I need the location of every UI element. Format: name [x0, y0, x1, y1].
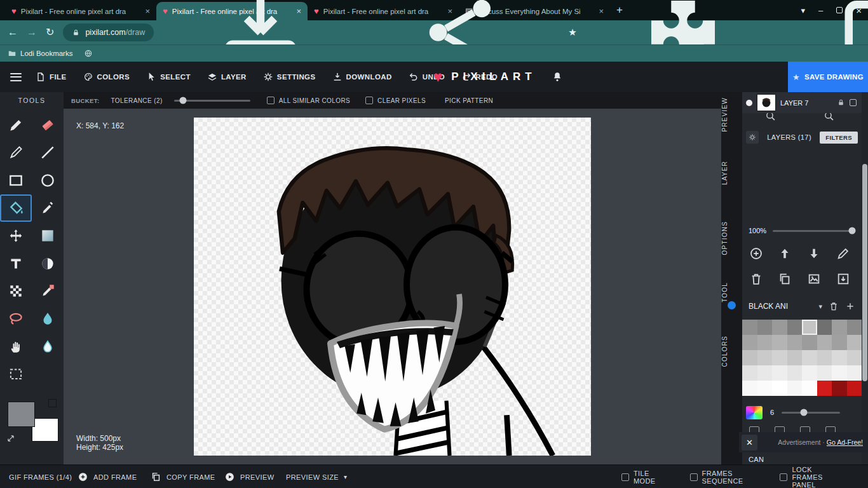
dither-tool[interactable] — [0, 278, 32, 306]
drawing-canvas[interactable] — [194, 118, 591, 456]
palette-swatch[interactable] — [832, 365, 847, 381]
checkbox-icon[interactable] — [365, 97, 373, 104]
blur-tool[interactable] — [32, 305, 64, 333]
alt-color-swatch[interactable] — [48, 399, 57, 407]
rectangle-tool[interactable] — [0, 166, 32, 194]
shape-select-tool[interactable] — [0, 360, 32, 388]
palette-swatch[interactable] — [832, 335, 847, 350]
add-layer-icon[interactable] — [749, 247, 763, 261]
color-picker-rainbow-icon[interactable] — [746, 406, 763, 419]
layer-settings-button[interactable] — [746, 131, 759, 144]
palette-swatch[interactable] — [832, 350, 847, 365]
palette-swatch[interactable] — [742, 365, 757, 381]
delete-layer-icon[interactable] — [749, 272, 763, 286]
colors-menu-button[interactable]: COLORS — [83, 72, 130, 82]
save-drawing-button[interactable]: ★ SAVE DRAWING — [788, 62, 868, 92]
palette-swatch[interactable] — [772, 365, 787, 381]
scrollbar-thumb[interactable] — [862, 164, 867, 381]
palette-swatch[interactable] — [787, 350, 803, 365]
palette-swatch[interactable] — [787, 335, 803, 350]
layer-opacity-slider[interactable] — [773, 230, 855, 232]
globe-bookmark-icon[interactable] — [84, 49, 93, 58]
add-frame-button[interactable]: ADD FRAME — [78, 465, 137, 488]
palette-swatch[interactable] — [847, 381, 862, 396]
layer-row[interactable]: LAYER 7 — [742, 92, 862, 113]
bottom-toggle[interactable]: LOCK FRAMES PANEL — [780, 466, 839, 488]
add-palette-color-icon[interactable] — [845, 301, 855, 311]
palette-swatch[interactable] — [772, 350, 787, 365]
browser-tab[interactable]: ♥ Pixilart - Free online pixel art dra × — [5, 2, 156, 20]
sidebar-tab[interactable]: COLORS — [721, 336, 742, 367]
pick-pattern-button[interactable]: PICK PATTERN — [445, 97, 493, 104]
bucket-tool[interactable] — [0, 194, 32, 222]
move-tool[interactable] — [0, 222, 32, 250]
palette-swatch[interactable] — [757, 320, 773, 335]
palette-swatch[interactable] — [847, 350, 862, 365]
settings-menu-button[interactable]: SETTINGS — [263, 72, 316, 82]
move-layer-up-icon[interactable] — [778, 247, 792, 261]
palette-swatch[interactable] — [742, 335, 757, 350]
hamburger-menu-icon[interactable] — [10, 73, 22, 81]
primary-color-swatch[interactable] — [8, 402, 35, 427]
refresh-button[interactable]: ↻ — [46, 27, 54, 37]
palette-swatch[interactable] — [802, 365, 817, 381]
brush-size-slider[interactable] — [782, 412, 840, 414]
eraser-tool[interactable] — [32, 111, 64, 139]
palette-swatch[interactable] — [817, 335, 832, 350]
bookmark-star-icon[interactable]: ★ — [568, 27, 576, 38]
select-menu-button[interactable]: SELECT — [146, 72, 191, 82]
pen-tool[interactable] — [0, 139, 32, 167]
palette-swatch[interactable] — [802, 350, 817, 365]
file-menu-button[interactable]: FILE — [36, 72, 67, 82]
sidebar-tab[interactable]: OPTIONS — [721, 221, 742, 255]
palette-swatch[interactable] — [742, 350, 757, 365]
palette-swatch[interactable] — [772, 335, 787, 350]
pencil-tool[interactable] — [0, 111, 32, 139]
palette-swatch[interactable] — [757, 365, 773, 381]
palette-swatch[interactable] — [772, 381, 787, 396]
palette-swatch[interactable] — [817, 381, 832, 396]
smudge-tool[interactable] — [32, 333, 64, 361]
sidebar-tab[interactable]: TOOL — [721, 282, 742, 302]
palette-swatch[interactable] — [757, 350, 773, 365]
text-tool[interactable] — [0, 250, 32, 278]
layer-visibility-dot[interactable] — [746, 100, 752, 106]
palette-swatch[interactable] — [832, 320, 847, 335]
palette-swatch[interactable] — [832, 381, 847, 396]
lighting-tool[interactable] — [32, 250, 64, 278]
option-checkbox-item[interactable]: CLEAR PIXELS — [365, 97, 426, 104]
palette-swatch[interactable] — [772, 320, 787, 335]
layer-lock-icon[interactable] — [837, 98, 845, 107]
palette-swatch[interactable] — [817, 320, 832, 335]
filters-button[interactable]: FILTERS — [820, 132, 858, 144]
tolerance-slider[interactable] — [174, 100, 250, 102]
line-tool[interactable] — [32, 139, 64, 167]
pan-tool[interactable] — [0, 333, 32, 361]
rename-layer-icon[interactable] — [836, 247, 850, 261]
palette-dropdown-chevron-icon[interactable]: ▾ — [818, 302, 822, 311]
delete-palette-icon[interactable] — [829, 301, 839, 311]
forward-button[interactable]: → — [27, 27, 37, 37]
download-menu-button[interactable]: DOWNLOAD — [332, 72, 392, 82]
palette-swatch[interactable] — [757, 381, 773, 396]
palette-swatch[interactable] — [787, 320, 803, 335]
palette-swatch[interactable] — [742, 381, 757, 396]
preview-button[interactable]: PREVIEW — [224, 465, 275, 488]
tab-close-icon[interactable]: × — [144, 6, 151, 16]
ellipse-tool[interactable] — [32, 166, 64, 194]
copy-frame-button[interactable]: COPY FRAME — [151, 465, 215, 488]
secondary-color-swatch[interactable] — [32, 418, 58, 442]
bottom-toggle[interactable]: TILE MODE — [621, 470, 656, 485]
checkbox-icon[interactable] — [780, 473, 787, 481]
palette-swatch[interactable] — [757, 335, 773, 350]
ad-close-button[interactable]: ✕ — [742, 435, 757, 451]
move-layer-down-icon[interactable] — [807, 247, 821, 261]
palette-swatch[interactable] — [847, 320, 862, 335]
palette-swatch[interactable] — [787, 381, 803, 396]
color-replace-tool[interactable] — [32, 278, 64, 306]
duplicate-layer-icon[interactable] — [778, 272, 792, 286]
layer-select-box-icon[interactable] — [850, 99, 857, 106]
bookmark-folder[interactable]: Lodi Bookmarks — [8, 49, 72, 58]
layer-to-image-icon[interactable] — [807, 272, 821, 286]
current-tool-color-dot[interactable] — [728, 301, 736, 309]
